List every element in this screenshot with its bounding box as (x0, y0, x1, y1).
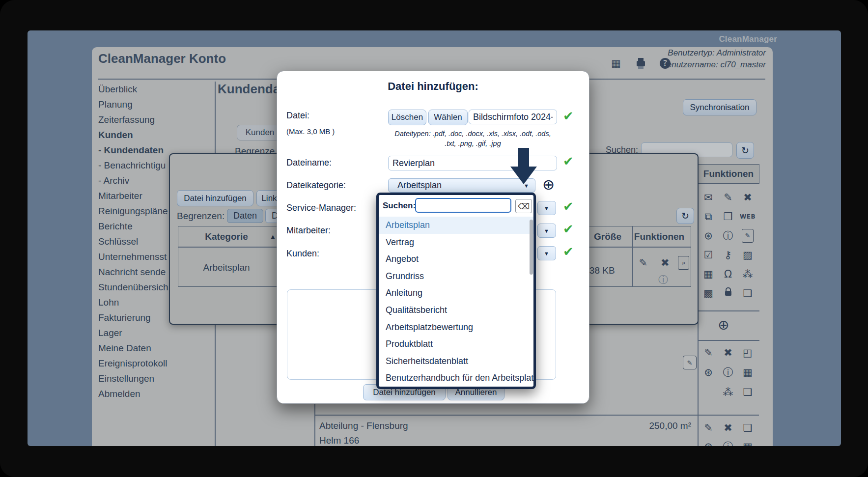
dropdown-item[interactable]: Arbeitsplatzbewertung (379, 319, 533, 336)
dropdown-item[interactable]: Qualitätsbericht (379, 302, 533, 319)
dateiname-label: Dateiname: (286, 158, 332, 168)
browser-viewport: CleanManager CleanManager Konto ▦? Benut… (28, 30, 841, 446)
chevron-down-icon: ▼ (544, 228, 549, 234)
dropdown-item[interactable]: Produktblatt (379, 336, 533, 353)
check-icon-kunden: ✔ (563, 244, 574, 259)
mitarbeiter-dropdown-button[interactable]: ▼ (537, 224, 556, 238)
dropdown-item[interactable]: Benutzerhandbuch für den Arbeitsplatz (379, 369, 533, 387)
waehlen-button[interactable]: Wählen (428, 110, 468, 125)
dropdown-item[interactable]: Anleitung (379, 284, 533, 302)
datei-label: Datei: (286, 111, 309, 121)
max-size-label: (Max. 3,0 MB ) (286, 127, 335, 136)
add-category-button[interactable]: ⊕ (542, 177, 555, 192)
filetypes-line1: Dateitypen: .pdf, .doc, .docx, .xls, .xl… (388, 130, 558, 138)
service-manager-label: Service-Manager: (286, 203, 356, 213)
category-dropdown-popup: Suchen: ⌫ ArbeitsplanVertragAngebotGrund… (376, 193, 536, 389)
dropdown-item[interactable]: Grundriss (379, 268, 533, 285)
kunden-label: Kunden: (286, 249, 319, 259)
loeschen-button[interactable]: Löschen (388, 110, 426, 125)
check-icon-mitarbeiter: ✔ (563, 222, 574, 236)
dateikategorie-label: Dateikategorie: (286, 180, 346, 191)
check-icon-service-manager: ✔ (563, 199, 574, 214)
filetypes-line2: .txt, .png, .gif, .jpg (388, 140, 558, 147)
clear-search-icon[interactable]: ⌫ (515, 199, 532, 213)
kunden-dropdown-button[interactable]: ▼ (537, 246, 556, 260)
dropdown-item[interactable]: Arbeitsplan (379, 217, 533, 234)
dropdown-item[interactable]: Sicherheitsdatenblatt (379, 353, 533, 370)
chevron-down-icon: ▼ (544, 251, 549, 256)
arrow-head (510, 167, 537, 184)
arrow-shaft (518, 148, 529, 167)
dropdown-item[interactable]: Vertrag (379, 234, 533, 251)
mitarbeiter-label: Mitarbeiter: (286, 225, 331, 236)
dropdown-item[interactable]: Angebot (379, 251, 533, 268)
chevron-down-icon: ▼ (544, 205, 549, 211)
modal-title: Datei hinzufügen: (277, 80, 589, 93)
dateikategorie-value: Arbeitsplan (397, 180, 442, 191)
popup-scrollbar[interactable] (530, 220, 533, 275)
check-icon-datei: ✔ (563, 109, 574, 123)
service-manager-dropdown-button[interactable]: ▼ (537, 201, 556, 215)
check-icon-dateiname: ✔ (563, 154, 574, 168)
popup-search-input[interactable] (415, 198, 511, 213)
pointer-arrow (510, 148, 537, 184)
popup-search-label: Suchen: (383, 201, 416, 211)
category-list: ArbeitsplanVertragAngebotGrundrissAnleit… (379, 217, 533, 387)
file-value-field[interactable] (469, 110, 557, 124)
device-frame: CleanManager CleanManager Konto ▦? Benut… (0, 0, 868, 477)
